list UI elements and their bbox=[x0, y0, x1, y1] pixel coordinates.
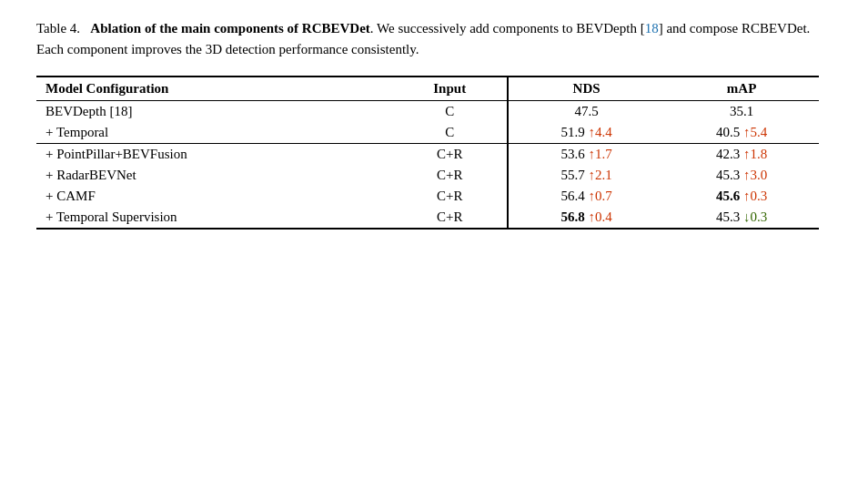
cite-link: [18] bbox=[109, 104, 132, 118]
map-delta: ↑1.8 bbox=[743, 147, 767, 161]
cell-nds: 51.9 ↑4.4 bbox=[508, 122, 664, 144]
map-value: 35.1 bbox=[730, 104, 753, 118]
cell-input: C bbox=[392, 101, 508, 123]
table-caption: Table 4. Ablation of the main components… bbox=[36, 18, 819, 59]
cell-nds: 47.5 bbox=[508, 101, 664, 123]
table-body: BEVDepth [18]C47.535.1+ TemporalC51.9 ↑4… bbox=[36, 101, 819, 230]
caption-cite1: 18 bbox=[645, 21, 659, 36]
nds-value: 56.8 bbox=[560, 209, 584, 224]
table-row: BEVDepth [18]C47.535.1 bbox=[36, 101, 819, 123]
map-value: 40.5 bbox=[716, 125, 740, 139]
nds-value: 53.6 bbox=[560, 147, 584, 161]
nds-delta: ↑2.1 bbox=[588, 168, 611, 182]
nds-value: 56.4 bbox=[560, 189, 584, 203]
cell-map: 45.6 ↑0.3 bbox=[664, 186, 819, 207]
map-value: 42.3 bbox=[716, 147, 740, 161]
caption-text1: . We successively add components to BEVD… bbox=[370, 21, 645, 36]
map-delta: ↑3.0 bbox=[743, 168, 767, 182]
header-input: Input bbox=[392, 77, 508, 101]
cell-input: C bbox=[392, 122, 508, 144]
cell-nds: 53.6 ↑1.7 bbox=[508, 144, 664, 166]
map-value: 45.3 bbox=[716, 168, 740, 182]
cell-input: C+R bbox=[392, 144, 508, 166]
cell-model: + Temporal bbox=[36, 122, 392, 144]
caption-bold: Ablation of the main components of RCBEV… bbox=[90, 21, 370, 36]
nds-value: 55.7 bbox=[560, 168, 584, 182]
table-label: Table 4. bbox=[36, 21, 80, 36]
map-delta: ↓0.3 bbox=[743, 209, 767, 224]
cell-model: + Temporal Supervision bbox=[36, 207, 392, 229]
cell-model: + RadarBEVNet bbox=[36, 165, 392, 186]
map-value: 45.3 bbox=[716, 209, 740, 224]
nds-delta: ↑1.7 bbox=[588, 147, 611, 161]
header-map: mAP bbox=[664, 77, 819, 101]
cell-map: 40.5 ↑5.4 bbox=[664, 122, 819, 144]
header-nds: NDS bbox=[508, 77, 664, 101]
nds-delta: ↑0.7 bbox=[588, 189, 611, 203]
cell-nds: 55.7 ↑2.1 bbox=[508, 165, 664, 186]
nds-value: 47.5 bbox=[574, 104, 598, 118]
nds-value: 51.9 bbox=[560, 125, 584, 139]
cell-map: 42.3 ↑1.8 bbox=[664, 144, 819, 166]
nds-delta: ↑0.4 bbox=[588, 209, 611, 224]
nds-delta: ↑4.4 bbox=[588, 125, 611, 139]
cell-model: + CAMF bbox=[36, 186, 392, 207]
cell-model: BEVDepth [18] bbox=[36, 101, 392, 123]
table-row: + RadarBEVNetC+R55.7 ↑2.145.3 ↑3.0 bbox=[36, 165, 819, 186]
header-row: Model Configuration Input NDS mAP bbox=[36, 77, 819, 101]
cell-map: 35.1 bbox=[664, 101, 819, 123]
table-row: + CAMFC+R56.4 ↑0.745.6 ↑0.3 bbox=[36, 186, 819, 207]
ablation-table: Model Configuration Input NDS mAP BEVDep… bbox=[36, 76, 819, 230]
map-delta: ↑5.4 bbox=[743, 125, 767, 139]
table-row: + TemporalC51.9 ↑4.440.5 ↑5.4 bbox=[36, 122, 819, 144]
cell-input: C+R bbox=[392, 207, 508, 229]
cell-nds: 56.8 ↑0.4 bbox=[508, 207, 664, 229]
cell-model: + PointPillar+BEVFusion bbox=[36, 144, 392, 166]
map-delta: ↑0.3 bbox=[743, 189, 767, 203]
table-row: + PointPillar+BEVFusionC+R53.6 ↑1.742.3 … bbox=[36, 144, 819, 166]
table-row: + Temporal SupervisionC+R56.8 ↑0.445.3 ↓… bbox=[36, 207, 819, 229]
map-value: 45.6 bbox=[716, 189, 740, 203]
header-model: Model Configuration bbox=[36, 77, 392, 101]
table-header: Model Configuration Input NDS mAP bbox=[36, 77, 819, 101]
cell-nds: 56.4 ↑0.7 bbox=[508, 186, 664, 207]
cell-input: C+R bbox=[392, 186, 508, 207]
cell-map: 45.3 ↑3.0 bbox=[664, 165, 819, 186]
cell-map: 45.3 ↓0.3 bbox=[664, 207, 819, 229]
cell-input: C+R bbox=[392, 165, 508, 186]
